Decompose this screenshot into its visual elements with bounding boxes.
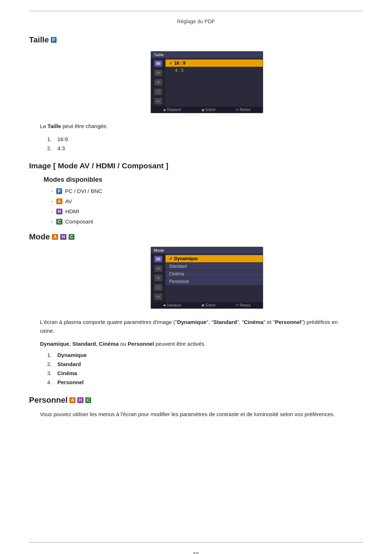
mode-list-item-4: 4. Personnel xyxy=(47,379,363,385)
mode-osd-footer: ◆ Déplacer ▣ Entrer ↺ Retour xyxy=(151,302,263,308)
page-header-title: Réglage du PDP xyxy=(177,19,215,24)
taille-osd-wrapper: Taille xyxy=(51,51,363,113)
mode-list-label-2: Standard xyxy=(57,361,81,367)
svg-point-2 xyxy=(157,81,160,84)
desc2-dynamique: Dynamique xyxy=(40,341,69,347)
page-container: Réglage du PDP TailleP Taille xyxy=(0,11,392,554)
taille-osd-content: 16 : 9 4 : 3 xyxy=(166,58,263,107)
personnel-badge-c: C xyxy=(85,397,91,403)
mode-list-item-2: 2. Standard xyxy=(47,361,363,367)
taille-osd-sidebar xyxy=(151,58,166,107)
taille-list-label-1: 16:9 xyxy=(57,136,68,142)
svg-rect-4 xyxy=(156,100,160,102)
taille-badge: P xyxy=(51,37,57,43)
mode-list-num-3: 3. xyxy=(47,370,54,376)
personnel-desc-text: Vous pouvez utiliser les menus à l'écran… xyxy=(40,411,335,417)
desc-cinema-bold: Cinéma xyxy=(244,319,264,325)
mode-list-item-3: 3. Cinéma xyxy=(47,370,363,376)
page-header: Réglage du PDP xyxy=(29,19,363,24)
bullet-dot-hdmi: · xyxy=(51,208,53,215)
mode-list-item-1: 1. Dynamique xyxy=(47,352,363,358)
mode-osd-icon-5 xyxy=(154,294,162,300)
svg-rect-0 xyxy=(156,62,160,65)
taille-item-169: 16 : 9 xyxy=(166,59,263,67)
svg-rect-5 xyxy=(156,258,160,260)
mode-item-personnel: Personnel xyxy=(166,278,263,285)
mode-osd-title: Mode xyxy=(151,247,263,254)
svg-point-8 xyxy=(157,286,160,289)
mode-desc-2: Dynamique, Standard, Cinéma ou Personnel… xyxy=(40,340,352,348)
top-rule xyxy=(29,11,363,11)
svg-rect-6 xyxy=(156,267,160,270)
taille-list-label-2: 4:3 xyxy=(57,145,65,151)
personnel-badge-a: A xyxy=(69,397,75,403)
osd-icon-2 xyxy=(154,70,162,76)
osd-icon-5 xyxy=(154,98,162,104)
osd-icon-3 xyxy=(154,79,162,86)
personnel-badge-h: H xyxy=(77,397,83,403)
mode-item-cinema: Cinéma xyxy=(166,270,263,278)
mode-footer-move: ◆ Déplacer xyxy=(163,303,181,307)
modes-disponibles-heading: Modes disponibles xyxy=(44,176,363,184)
page-number-value: 58 xyxy=(193,551,199,554)
desc2-personnel: Personnel xyxy=(128,341,154,347)
taille-footer-retour: ↺ Retour xyxy=(236,108,250,112)
mode-item-dynamique: ✓ Dynamique xyxy=(166,255,263,262)
page-number: 58 xyxy=(0,551,392,554)
mode-badge-h: H xyxy=(60,234,66,240)
osd-icon-4 xyxy=(154,89,162,95)
mode-footer-enter: ▣ Entrer xyxy=(201,303,216,307)
badge-p: P xyxy=(56,188,62,194)
mode-item-standard: Standard xyxy=(166,263,263,270)
mode-osd-body: ✓ Dynamique Standard Cinéma Personnel xyxy=(151,254,263,302)
mode-composant: · C Composant xyxy=(51,218,363,225)
mode-badge-c: C xyxy=(69,234,75,240)
badge-a: A xyxy=(56,198,62,204)
mode-retour-icon: ↺ xyxy=(236,303,238,307)
move-icon: ◆ xyxy=(163,108,166,112)
desc2-cinema: Cinéma xyxy=(99,341,119,347)
personnel-description: Vous pouvez utiliser les menus à l'écran… xyxy=(40,410,352,419)
svg-rect-9 xyxy=(156,296,160,297)
mode-check-dynamique: ✓ xyxy=(169,256,173,261)
taille-osd-footer: ◆ Déplacer ▣ Entrer ↺ Retour xyxy=(151,107,263,113)
mode-av-label: AV xyxy=(65,198,72,204)
personnel-title-text: Personnel xyxy=(29,395,68,405)
image-section-title: Image [ Mode AV / HDMI / Composant ] xyxy=(29,161,168,170)
bullet-dot-composant: · xyxy=(51,218,53,225)
taille-osd-body: 16 : 9 4 : 3 xyxy=(151,58,263,107)
mode-osd-icon-4 xyxy=(154,284,162,291)
mode-footer-retour: ↺ Retour xyxy=(236,303,250,307)
taille-osd-menu: Taille xyxy=(151,51,263,113)
mode-osd-wrapper: Mode xyxy=(51,247,363,309)
personnel-heading: Personnel A H C xyxy=(29,395,363,405)
mode-hdmi-label: HDMI xyxy=(65,208,79,214)
retour-icon: ↺ xyxy=(236,108,238,112)
badge-h: H xyxy=(56,209,62,214)
enter-icon: ▣ xyxy=(201,108,205,112)
taille-footer-move: ◆ Déplacer xyxy=(163,108,181,112)
bullet-dot-av: · xyxy=(51,198,53,205)
mode-list-label-4: Personnel xyxy=(57,379,84,385)
taille-item-43: 4 : 3 xyxy=(166,67,263,74)
mode-list: 1. Dynamique 2. Standard 3. Cinéma 4. Pe… xyxy=(47,352,363,385)
mode-pc: · P PC / DVI / BNC xyxy=(51,188,363,194)
desc-personnel-bold: Personnel xyxy=(275,319,301,325)
mode-hdmi: · H HDMI xyxy=(51,208,363,215)
mode-composant-label: Composant xyxy=(65,218,93,225)
svg-point-3 xyxy=(157,90,160,93)
taille-osd-title: Taille xyxy=(151,52,263,58)
bottom-rule xyxy=(29,542,363,542)
mode-list-num-4: 4. xyxy=(47,379,54,385)
taille-list: 1. 16:9 2. 4:3 xyxy=(47,136,363,151)
desc-standard-bold: Standard xyxy=(213,319,237,325)
taille-list-num-2: 2. xyxy=(47,145,54,151)
mode-ahc-heading: Mode A H C xyxy=(29,232,363,242)
mode-list-num-2: 2. xyxy=(47,361,54,367)
mode-badge-a: A xyxy=(52,234,58,240)
taille-footer-enter: ▣ Entrer xyxy=(201,108,216,112)
mode-enter-icon: ▣ xyxy=(201,303,205,307)
taille-list-item-2: 2. 4:3 xyxy=(47,145,363,151)
badge-c: C xyxy=(56,219,62,225)
taille-list-num-1: 1. xyxy=(47,136,54,142)
